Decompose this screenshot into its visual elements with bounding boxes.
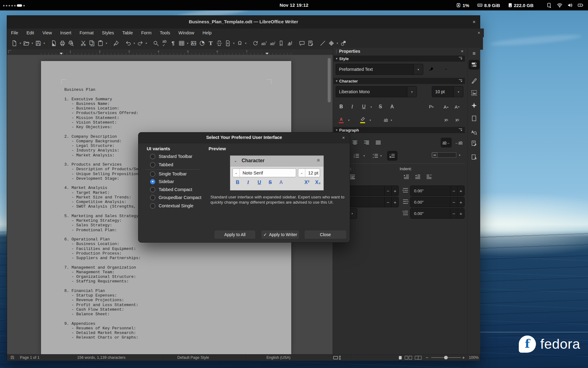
ltr-direction-button[interactable]: ab→ (441, 138, 452, 148)
menu-form[interactable]: Form (141, 29, 152, 36)
print-button[interactable] (58, 39, 67, 48)
vertical-scrollbar-thumb[interactable] (328, 58, 331, 102)
indent-before-text-field[interactable]: 0.00" − + (410, 186, 465, 196)
menu-insert[interactable]: Insert (60, 29, 71, 36)
system-tray[interactable] (541, 3, 584, 8)
tab-manage-changes[interactable] (469, 139, 480, 148)
tab-accessibility-check[interactable] (469, 152, 480, 162)
combobox-dropdown-icon[interactable]: ▾ (454, 86, 463, 97)
text-language[interactable]: English (USA) (266, 355, 291, 360)
bold-button[interactable]: B (337, 102, 346, 111)
align-right-button[interactable] (362, 138, 371, 147)
zoom-out-button[interactable]: − (426, 355, 428, 360)
menu-help[interactable]: Help (202, 29, 212, 36)
new-document-dropdown[interactable]: ▾ (19, 42, 22, 45)
radio-tabbed-compact[interactable]: Tabbed Compact (150, 186, 192, 193)
style-section-header[interactable]: ▾ Style (334, 56, 465, 62)
rtl-direction-button[interactable]: ←ab (454, 138, 464, 148)
page-style[interactable]: Default Page Style (177, 355, 209, 360)
align-center-button[interactable] (350, 138, 360, 147)
ordered-list-button[interactable]: 123 (352, 151, 361, 160)
right-indent-marker[interactable] (266, 53, 269, 55)
sidebar-drag-handle[interactable]: ⋮ (334, 49, 338, 54)
increment-button[interactable]: + (457, 186, 464, 196)
undo-button[interactable] (124, 39, 133, 48)
decrement-button[interactable]: − (450, 209, 457, 218)
apply-to-writer-button[interactable]: ✓ Apply to Writer (261, 230, 300, 239)
close-document-button[interactable]: × (478, 31, 480, 35)
subscript-button[interactable]: xb (453, 116, 462, 124)
combobox-dropdown-icon[interactable]: ▾ (407, 86, 417, 97)
font-color-dropdown[interactable]: ▾ (347, 119, 351, 122)
horizontal-ruler[interactable]: 1 2 3 4 5 6 7 (7, 49, 333, 55)
increment-button[interactable]: + (457, 197, 464, 207)
decrement-button[interactable]: − (450, 197, 457, 207)
insert-line-button[interactable] (318, 39, 327, 48)
new-style-button[interactable] (452, 65, 462, 73)
insert-table-dropdown[interactable]: ▾ (186, 42, 189, 45)
left-indent-marker[interactable] (60, 53, 63, 55)
character-section-header[interactable]: ▾ Character (334, 78, 465, 84)
tab-navigator[interactable] (469, 101, 480, 110)
align-justified-button[interactable] (374, 138, 383, 147)
increment-button[interactable]: + (391, 186, 398, 196)
character-spacing-dropdown[interactable]: ▾ (389, 119, 394, 122)
paste-dropdown[interactable]: ▾ (105, 42, 108, 45)
decrement-button[interactable]: − (450, 186, 457, 196)
cut-button[interactable] (79, 39, 88, 48)
undo-dropdown[interactable]: ▾ (133, 42, 136, 45)
clone-formatting-sidebar-button[interactable] (427, 65, 436, 73)
zoom-level[interactable]: 100% (469, 355, 479, 360)
system-status-area[interactable]: 1% 8.9 GiB 222.0 GB (456, 0, 588, 10)
menu-styles[interactable]: Styles (102, 29, 114, 36)
first-line-indent-field[interactable]: 0.00" − + (410, 208, 465, 219)
decrement-button[interactable]: − (384, 197, 391, 207)
italic-button[interactable]: I (348, 102, 357, 111)
page-count[interactable]: Page 1 of 1 (20, 355, 40, 360)
zoom-in-button[interactable]: + (462, 355, 465, 360)
tab-properties[interactable] (469, 60, 480, 70)
decrease-indent-button[interactable] (415, 174, 420, 181)
insert-endnote-button[interactable]: abi (268, 39, 277, 48)
insert-image-button[interactable] (189, 39, 198, 48)
menu-view[interactable]: View (42, 29, 52, 36)
track-changes-button[interactable] (306, 39, 315, 48)
open-dropdown[interactable]: ▾ (31, 42, 34, 45)
dialog-title-bar[interactable]: Select Your Preferred User Interface × (138, 132, 350, 143)
formatting-marks-button[interactable]: ¶ (169, 39, 177, 48)
increase-font-size-button[interactable]: A▲ (442, 102, 451, 111)
dialog-close-button[interactable]: × (342, 135, 345, 140)
insert-footnote-button[interactable]: ab¹ (260, 39, 268, 48)
increment-button[interactable]: + (457, 209, 464, 218)
save-dropdown[interactable]: ▾ (43, 42, 46, 45)
menu-format[interactable]: Format (80, 29, 94, 36)
underline-dropdown[interactable]: ▾ (369, 105, 373, 109)
decrease-font-size-button[interactable]: A▼ (453, 102, 462, 111)
paragraph-style-combobox[interactable]: Preformatted Text ▾ (336, 64, 423, 75)
basic-shapes-button[interactable] (327, 39, 336, 48)
radio-tabbed[interactable]: Tabbed (150, 161, 173, 168)
paragraph-background-field[interactable] (437, 152, 456, 158)
indent-after-text-field[interactable]: 0.00" − + (410, 197, 465, 207)
decrement-button[interactable]: − (384, 186, 391, 196)
paragraph-section-header[interactable]: ▾ Paragraph (334, 127, 465, 133)
radio-sidebar[interactable]: Sidebar (150, 178, 174, 185)
selection-mode-icon[interactable] (333, 356, 342, 361)
menu-table[interactable]: Table (122, 29, 133, 36)
redo-dropdown[interactable]: ▾ (145, 42, 148, 45)
insert-field-dropdown[interactable]: ▾ (232, 42, 236, 45)
font-color-button[interactable]: A (337, 116, 346, 124)
dock-icon[interactable] (458, 128, 462, 132)
outline-list-dropdown[interactable]: ▾ (379, 154, 383, 157)
save-status-icon[interactable] (10, 355, 14, 360)
insert-field-button[interactable] (224, 39, 232, 48)
save-button[interactable] (34, 39, 43, 48)
highlight-color-button[interactable] (358, 116, 367, 124)
font-name-combobox[interactable]: Liberation Mono ▾ (336, 86, 417, 97)
radio-single-toolbar[interactable]: Single Toolbar (150, 171, 187, 177)
character-highlight-button[interactable]: Pa (427, 102, 436, 111)
cross-reference-button[interactable] (285, 39, 294, 48)
increase-indent-button[interactable] (404, 174, 409, 181)
zoom-slider-thumb[interactable] (444, 356, 448, 359)
print-preview-button[interactable] (67, 39, 75, 48)
